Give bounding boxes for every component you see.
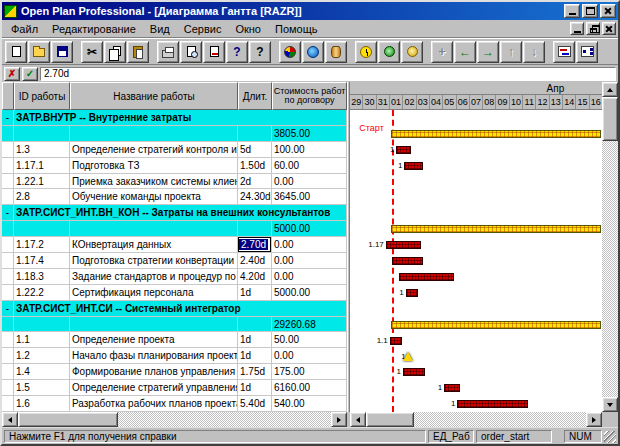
- gantt-bar-task[interactable]: [396, 146, 411, 154]
- table-cell[interactable]: Начало фазы планирования проекта: [70, 348, 238, 363]
- table-cell[interactable]: 1d: [238, 332, 272, 347]
- table-cell[interactable]: [238, 221, 272, 236]
- table-row[interactable]: 1.6Разработка рабочих планов проекта5.40…: [2, 396, 347, 412]
- table-cell[interactable]: 1.5: [14, 380, 70, 395]
- menu-item[interactable]: Редактирование: [45, 21, 143, 37]
- table-cell[interactable]: [2, 253, 14, 268]
- table-cell[interactable]: 1d: [238, 285, 272, 300]
- table-cell[interactable]: 0.00: [272, 269, 347, 284]
- table-cell[interactable]: 0.00: [272, 253, 347, 268]
- child-close-button[interactable]: [602, 22, 616, 35]
- print-button[interactable]: [157, 41, 179, 63]
- print-preview-button[interactable]: [180, 41, 202, 63]
- table-cell[interactable]: [2, 396, 14, 411]
- gantt-milestone[interactable]: [403, 352, 413, 361]
- table-row[interactable]: 1.17.1Подготовка ТЗ1.50d60.00: [2, 158, 347, 174]
- table-cell[interactable]: 5.40d: [238, 396, 272, 411]
- table-cell[interactable]: [2, 332, 14, 347]
- table-row[interactable]: 1.5Определение стратегий управления1d616…: [2, 380, 347, 396]
- expand-toggle[interactable]: -: [2, 110, 14, 125]
- table-row[interactable]: -ЗАТР.СИСТ_ИНТ.ВН_КОН -- Затраты на внеш…: [2, 205, 347, 221]
- copy-button[interactable]: [104, 41, 126, 63]
- table-cell[interactable]: [14, 126, 70, 141]
- table-cell[interactable]: 24.30d: [238, 189, 272, 204]
- table-cell[interactable]: 0.00: [272, 174, 347, 189]
- table-row[interactable]: 1.22.2Сертификация персонала1d5000.00: [2, 285, 347, 301]
- scroll-up-button[interactable]: [602, 82, 618, 97]
- table-cell[interactable]: 540.00: [272, 396, 347, 411]
- table-cell[interactable]: [70, 221, 238, 236]
- table-cell[interactable]: Разработка рабочих планов проекта: [70, 396, 238, 411]
- table-cell[interactable]: [2, 269, 14, 284]
- scroll-down-button[interactable]: [602, 397, 618, 412]
- gantt-bar-summary[interactable]: [391, 225, 601, 233]
- maximize-button[interactable]: [582, 4, 598, 18]
- resize-grip[interactable]: [604, 431, 616, 443]
- table-cell[interactable]: Подготовка стратегии конвертации: [70, 253, 238, 268]
- table-cell[interactable]: 5d: [238, 142, 272, 157]
- move-left-button[interactable]: ←: [454, 41, 476, 63]
- table-cell[interactable]: Определение проекта: [70, 332, 238, 347]
- table-cell[interactable]: 1.3: [14, 142, 70, 157]
- table-row[interactable]: 1.18.3Задание стандартов и процедур по д…: [2, 269, 347, 285]
- vertical-scrollbar[interactable]: [602, 82, 618, 412]
- table-cell[interactable]: [70, 126, 238, 141]
- cost-button[interactable]: [325, 41, 347, 63]
- expand-toggle[interactable]: -: [2, 205, 14, 220]
- table-cell[interactable]: Формирование планов управления: [70, 364, 238, 379]
- close-button[interactable]: [600, 4, 616, 18]
- column-header[interactable]: Длит.: [238, 82, 272, 110]
- table-cell[interactable]: Задание стандартов и процедур по д: [70, 269, 238, 284]
- menu-item[interactable]: Вид: [143, 21, 177, 37]
- child-restore-button[interactable]: [586, 22, 600, 35]
- gantt-bar-task[interactable]: [390, 337, 402, 345]
- table-cell[interactable]: ЗАТР.СИСТ_ИНТ.ВН_КОН -- Затраты на внешн…: [14, 205, 347, 220]
- menu-item[interactable]: Сервис: [177, 21, 229, 37]
- gantt-bar-task[interactable]: [406, 289, 418, 297]
- gantt-bar-task[interactable]: [386, 241, 421, 249]
- table-cell[interactable]: [2, 285, 14, 300]
- table-hscrollbar[interactable]: [2, 412, 347, 427]
- gantt-scroll-right-button[interactable]: [586, 412, 602, 427]
- table-row[interactable]: -ЗАТР.ВНУТР -- Внутренние затраты: [2, 110, 347, 126]
- table-row[interactable]: 5000.00: [2, 221, 347, 237]
- network-view-button[interactable]: [576, 41, 598, 63]
- table-cell[interactable]: 1.18.3: [14, 269, 70, 284]
- table-cell[interactable]: 5000.00: [272, 221, 347, 236]
- table-cell[interactable]: [2, 174, 14, 189]
- vertical-scroll-track[interactable]: [602, 97, 618, 397]
- table-cell[interactable]: 0.00: [272, 237, 347, 252]
- time-now-button[interactable]: [355, 41, 377, 63]
- app-icon[interactable]: [4, 5, 17, 18]
- table-row[interactable]: 29260.68: [2, 317, 347, 333]
- table-row[interactable]: 1.17.2КОнвертация данных2.70d0.00: [2, 237, 347, 253]
- table-cell[interactable]: [2, 221, 14, 236]
- table-cell[interactable]: 1.22.1: [14, 174, 70, 189]
- new-button[interactable]: [5, 41, 27, 63]
- paste-button[interactable]: [127, 41, 149, 63]
- table-cell[interactable]: [2, 158, 14, 173]
- table-cell[interactable]: 3645.00: [272, 189, 347, 204]
- table-cell[interactable]: 1.17.2: [14, 237, 70, 252]
- table-cell[interactable]: [2, 317, 14, 332]
- table-cell[interactable]: 2.40d: [238, 253, 272, 268]
- table-cell[interactable]: 1.22.2: [14, 285, 70, 300]
- table-scroll-right-button[interactable]: [331, 412, 347, 427]
- table-cell[interactable]: Определение стратегий управления: [70, 380, 238, 395]
- cancel-edit-button[interactable]: ✗: [4, 67, 20, 81]
- table-cell[interactable]: 6160.00: [272, 380, 347, 395]
- table-cell[interactable]: [70, 317, 238, 332]
- expand-toggle[interactable]: -: [2, 301, 14, 316]
- table-cell[interactable]: 1.1: [14, 332, 70, 347]
- child-minimize-button[interactable]: [570, 22, 584, 35]
- inline-edit-value[interactable]: 2.70d: [239, 239, 268, 250]
- table-row[interactable]: 3805.00: [2, 126, 347, 142]
- table-row[interactable]: 1.17.4Подготовка стратегии конвертации2.…: [2, 253, 347, 269]
- table-cell[interactable]: [2, 142, 14, 157]
- table-cell[interactable]: 5000.00: [272, 285, 347, 300]
- table-cell[interactable]: [14, 317, 70, 332]
- column-header[interactable]: Название работы: [70, 82, 238, 110]
- table-cell[interactable]: [2, 348, 14, 363]
- table-hscroll-thumb[interactable]: [18, 412, 118, 427]
- vertical-scroll-thumb[interactable]: [602, 97, 618, 141]
